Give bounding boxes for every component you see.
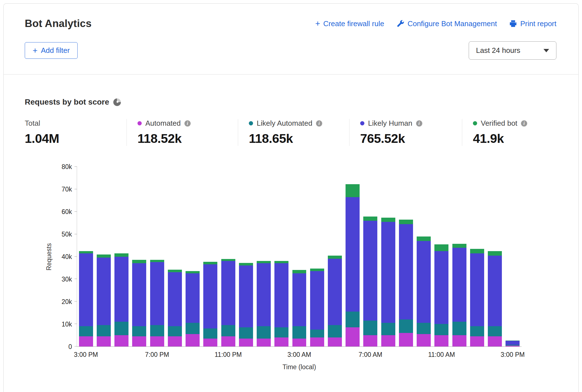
stat-likely-automated: Likely Automated i 118.65k <box>238 119 349 146</box>
y-tick-mark <box>75 324 77 324</box>
bar-segment-likely-human <box>132 263 146 326</box>
bar-segment-automated <box>434 335 448 346</box>
bar-8-00-am[interactable] <box>381 218 395 346</box>
x-tick-label: 11:00 AM <box>428 351 455 359</box>
bar-segment-automated <box>79 336 93 346</box>
bar-9-00-pm[interactable] <box>186 271 200 346</box>
bar-segment-likely-human <box>310 271 324 330</box>
time-range-select[interactable]: Last 24 hours <box>469 41 556 60</box>
bar-5-00-pm[interactable] <box>114 253 128 346</box>
pie-chart-icon <box>113 98 121 106</box>
bar-10-00-pm[interactable] <box>203 262 217 346</box>
bar-3-00-am[interactable] <box>292 270 306 346</box>
stat-automated: Automated i 118.52k <box>127 119 238 146</box>
time-range-value: Last 24 hours <box>476 46 520 55</box>
bar-segment-automated <box>114 335 128 346</box>
bar-segment-likely-human <box>221 261 235 325</box>
bar-segment-verified-bot <box>363 217 377 220</box>
bar-segment-likely-human <box>239 265 253 327</box>
bar-segment-verified-bot <box>310 269 324 271</box>
bar-segment-likely-human <box>114 257 128 322</box>
bar-segment-likely-automated <box>346 312 360 327</box>
stat-likely-human-value: 765.52k <box>360 131 456 146</box>
bar-segment-likely-human <box>203 264 217 328</box>
bar-segment-likely-automated <box>132 326 146 336</box>
bar-5-00-am[interactable] <box>328 256 342 346</box>
stat-automated-value: 118.52k <box>137 131 232 146</box>
bar-6-00-am[interactable] <box>346 184 360 346</box>
print-report-label: Print report <box>520 19 556 28</box>
stat-likely-automated-label: Likely Automated <box>257 119 312 128</box>
wrench-icon <box>396 20 404 28</box>
y-tick-label: 60k <box>25 208 72 216</box>
bar-2-00-am[interactable] <box>274 261 288 346</box>
bar-3-00-pm[interactable] <box>506 341 520 346</box>
bar-segment-verified-bot <box>381 218 395 222</box>
bar-segment-likely-automated <box>274 327 288 337</box>
bar-segment-likely-automated <box>114 322 128 335</box>
bar-segment-automated <box>417 334 431 346</box>
bar-segment-automated <box>452 335 466 346</box>
bar-segment-verified-bot <box>132 260 146 263</box>
bar-segment-likely-automated <box>221 325 235 336</box>
bar-segment-automated <box>328 337 342 346</box>
bar-segment-likely-automated <box>239 327 253 339</box>
bar-7-00-am[interactable] <box>363 217 377 346</box>
y-tick-label: 70k <box>25 186 72 193</box>
bar-segment-automated <box>488 336 502 346</box>
bar-12-00-am[interactable] <box>239 263 253 346</box>
bar-1-00-pm[interactable] <box>470 249 484 346</box>
y-tick-mark <box>75 256 77 257</box>
verified-bot-dot <box>473 121 477 125</box>
bar-segment-likely-automated <box>186 323 200 334</box>
bar-segment-verified-bot <box>257 261 271 263</box>
bar-11-00-pm[interactable] <box>221 259 235 347</box>
bar-4-00-pm[interactable] <box>97 254 111 346</box>
x-tick-label: 7:00 AM <box>358 351 382 359</box>
bar-segment-likely-human <box>363 221 377 321</box>
info-icon[interactable]: i <box>316 120 322 127</box>
add-filter-button[interactable]: + Add filter <box>25 42 78 59</box>
info-icon[interactable]: i <box>416 120 422 127</box>
bar-segment-likely-automated <box>310 330 324 337</box>
bar-12-00-pm[interactable] <box>452 244 466 346</box>
bar-segment-likely-human <box>452 248 466 322</box>
bar-3-00-pm[interactable] <box>79 251 93 346</box>
configure-bot-management-link[interactable]: Configure Bot Management <box>396 19 497 28</box>
y-tick-mark <box>75 211 77 212</box>
printer-icon <box>509 20 517 28</box>
bar-7-00-pm[interactable] <box>150 260 164 346</box>
bar-1-00-am[interactable] <box>257 261 271 346</box>
create-firewall-rule-link[interactable]: + Create firewall rule <box>315 19 384 28</box>
stat-verified-bot-label: Verified bot <box>481 119 517 128</box>
y-tick-mark <box>75 279 77 279</box>
bar-4-00-am[interactable] <box>310 269 324 346</box>
y-tick-label: 50k <box>25 231 72 238</box>
info-icon[interactable]: i <box>521 120 527 127</box>
bar-segment-verified-bot <box>399 220 413 224</box>
bar-segment-automated <box>399 333 413 346</box>
stat-verified-bot: Verified bot i 41.9k <box>462 119 533 146</box>
bar-6-00-pm[interactable] <box>132 260 146 346</box>
bar-segment-automated <box>132 336 146 346</box>
bar-2-00-pm[interactable] <box>488 251 502 346</box>
bar-11-00-am[interactable] <box>434 244 448 346</box>
bar-segment-verified-bot <box>221 259 235 261</box>
bar-10-00-am[interactable] <box>417 236 431 346</box>
bar-segment-likely-human <box>292 273 306 326</box>
x-tick-label: 3:00 PM <box>74 351 98 359</box>
bar-8-00-pm[interactable] <box>168 270 182 346</box>
print-report-link[interactable]: Print report <box>509 19 556 28</box>
bar-segment-automated <box>239 339 253 346</box>
header-actions: + Create firewall rule Configure Bot Man… <box>315 19 556 28</box>
bar-9-00-am[interactable] <box>399 220 413 346</box>
y-tick-mark <box>75 166 77 167</box>
bar-segment-automated <box>203 339 217 346</box>
bar-segment-automated <box>506 346 520 346</box>
bar-segment-likely-human <box>381 222 395 323</box>
bar-segment-verified-bot <box>239 263 253 266</box>
bar-segment-likely-automated <box>168 326 182 336</box>
bar-segment-automated <box>168 336 182 346</box>
y-tick-mark <box>75 189 77 189</box>
info-icon[interactable]: i <box>184 120 191 127</box>
